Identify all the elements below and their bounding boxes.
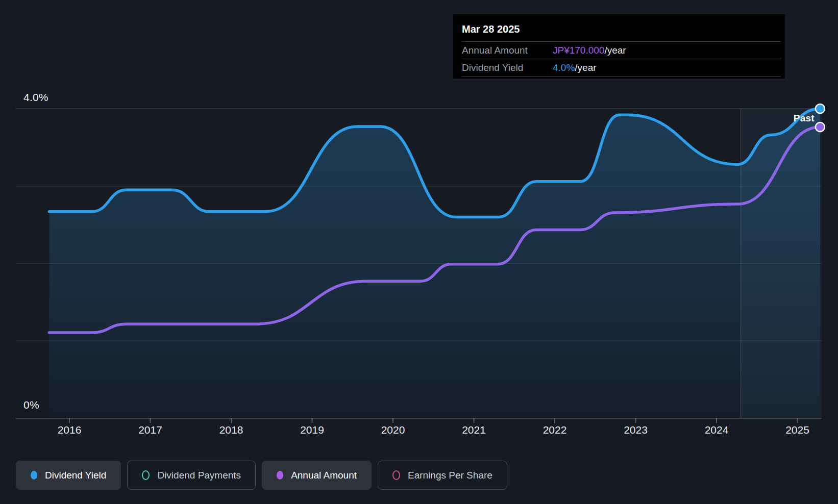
- x-axis-label: 2017: [128, 424, 174, 436]
- y-axis-label-bottom: 0%: [23, 399, 39, 411]
- tooltip-row-label: Dividend Yield: [462, 62, 553, 73]
- x-axis-label: 2018: [208, 424, 254, 436]
- legend-dot-icon: [277, 471, 283, 480]
- x-axis-label: 2023: [613, 424, 659, 436]
- tooltip-row-suffix: /year: [604, 45, 626, 56]
- tooltip-row-label: Annual Amount: [462, 45, 553, 56]
- legend-label: Earnings Per Share: [408, 470, 492, 481]
- tooltip-row-value: 4.0%: [553, 62, 575, 73]
- legend-dot-icon: [31, 471, 37, 480]
- legend-button-annual-amount[interactable]: Annual Amount: [262, 461, 372, 490]
- legend-button-dividend-yield[interactable]: Dividend Yield: [16, 461, 121, 490]
- x-axis-label: 2022: [532, 424, 578, 436]
- legend-label: Dividend Yield: [45, 470, 106, 481]
- legend-button-dividend-payments[interactable]: Dividend Payments: [127, 461, 256, 490]
- legend-label: Annual Amount: [291, 470, 357, 481]
- annual-amount-end-marker: [816, 122, 825, 132]
- x-axis-label: 2020: [370, 424, 416, 436]
- past-label: Past: [784, 113, 815, 124]
- chart-tooltip: Mar 28 2025 Annual AmountJP¥170.000/year…: [453, 14, 785, 79]
- x-axis-label: 2021: [451, 424, 497, 436]
- x-axis-label: 2016: [46, 424, 92, 436]
- chart-legend: Dividend YieldDividend PaymentsAnnual Am…: [16, 461, 507, 490]
- y-axis-label-top: 4.0%: [23, 91, 48, 104]
- tooltip-date: Mar 28 2025: [462, 17, 781, 42]
- x-axis-label: 2019: [289, 424, 335, 436]
- tooltip-row: Annual AmountJP¥170.000/year: [462, 42, 781, 59]
- tooltip-row-value: JP¥170.000: [553, 45, 604, 56]
- x-axis-label: 2024: [694, 424, 740, 436]
- legend-ring-icon: [392, 470, 400, 480]
- tooltip-row-suffix: /year: [575, 62, 596, 73]
- legend-ring-icon: [142, 470, 150, 480]
- x-axis-label: 2025: [775, 424, 821, 436]
- legend-button-earnings-per-share[interactable]: Earnings Per Share: [378, 461, 507, 490]
- legend-label: Dividend Payments: [157, 470, 241, 481]
- dividend-yield-end-marker: [816, 104, 825, 113]
- tooltip-row: Dividend Yield4.0%/year: [462, 59, 781, 77]
- dividend-history-chart: 4.0% 0% 20162017201820192020202120222023…: [0, 0, 838, 504]
